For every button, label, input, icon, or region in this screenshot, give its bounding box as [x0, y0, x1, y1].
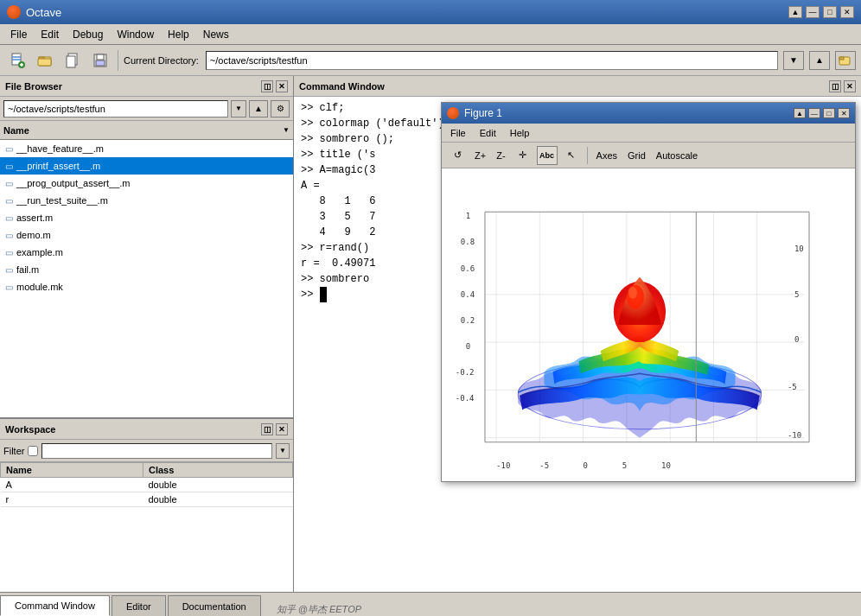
workspace-toolbar: Filter ▼ — [0, 440, 293, 462]
workspace-row[interactable]: A double — [1, 478, 293, 492]
fb-path-dropdown[interactable]: ▼ — [231, 100, 246, 117]
open-file-button[interactable] — [33, 48, 57, 73]
svg-rect-11 — [67, 56, 75, 67]
menu-debug[interactable]: Debug — [66, 27, 110, 42]
menu-file[interactable]: File — [3, 27, 34, 42]
workspace-header: Workspace ◫ ✕ — [0, 419, 293, 440]
fig-rotate-button[interactable]: ↺ — [447, 146, 468, 165]
file-item[interactable]: ▭ example.m — [0, 244, 293, 261]
menu-help[interactable]: Help — [161, 27, 196, 42]
file-item[interactable]: ▭ assert.m — [0, 209, 293, 226]
file-icon: ▭ — [5, 265, 13, 275]
fig-max-button[interactable]: □ — [823, 108, 835, 118]
fig-menu-help[interactable]: Help — [505, 127, 535, 139]
filter-dropdown[interactable]: ▼ — [276, 443, 290, 459]
fig-menu-file[interactable]: File — [445, 127, 471, 139]
cmd-prompt: >> — [301, 102, 320, 114]
filter-checkbox[interactable] — [28, 446, 38, 456]
dir-browse-button[interactable] — [835, 51, 856, 70]
dir-up-button[interactable]: ▲ — [809, 51, 830, 70]
file-browser-controls[interactable]: ◫ ✕ — [261, 80, 288, 92]
copy-button[interactable] — [61, 48, 85, 73]
fig-select-button[interactable]: ↖ — [561, 146, 582, 165]
fig-zoom-out-button[interactable]: Z- — [493, 150, 508, 161]
ws-var-class: double — [144, 478, 293, 492]
file-browser-title: File Browser — [5, 81, 62, 92]
svg-text:0.4: 0.4 — [461, 290, 475, 299]
fb-path-input[interactable] — [3, 100, 228, 117]
fb-detach-button[interactable]: ◫ — [261, 80, 273, 92]
cmd-prompt: >> — [301, 164, 320, 176]
fb-up-button[interactable]: ▲ — [249, 100, 268, 117]
window-controls[interactable]: ▲ — □ ✕ — [788, 6, 854, 18]
workspace-controls[interactable]: ◫ ✕ — [261, 423, 288, 435]
menu-window[interactable]: Window — [110, 27, 161, 42]
restore-button[interactable]: — — [806, 6, 820, 18]
file-item[interactable]: ▭ fail.m — [0, 261, 293, 278]
cmd-cursor — [320, 287, 327, 302]
ws-col-class[interactable]: Class — [144, 463, 293, 478]
filter-input[interactable] — [41, 443, 272, 459]
bottom-tabs: Command Window Editor Documentation 知乎 @… — [0, 592, 861, 616]
ws-col-name[interactable]: Name — [1, 463, 144, 478]
tab-command-window[interactable]: Command Window — [0, 595, 110, 616]
filter-label: Filter — [3, 446, 24, 456]
svg-text:0: 0 — [794, 335, 799, 344]
minimize-button[interactable]: ▲ — [788, 6, 802, 18]
fb-settings-button[interactable]: ⚙ — [271, 100, 290, 117]
svg-text:-10: -10 — [788, 431, 801, 440]
ws-var-class: double — [144, 492, 293, 507]
svg-point-54 — [628, 287, 637, 299]
close-button[interactable]: ✕ — [840, 6, 854, 18]
cmd-prompt: >> — [301, 149, 320, 161]
file-item[interactable]: ▭ module.mk — [0, 278, 293, 295]
fig-autoscale-button[interactable]: Autoscale — [653, 150, 701, 161]
menu-edit[interactable]: Edit — [34, 27, 66, 42]
file-icon: ▭ — [5, 196, 13, 206]
file-item[interactable]: ▭ __run_test_suite__.m — [0, 192, 293, 209]
fig-menu-edit[interactable]: Edit — [475, 127, 501, 139]
file-name: __prog_output_assert__.m — [16, 178, 130, 188]
fig-pan-button[interactable]: ✛ — [513, 146, 533, 165]
save-button[interactable] — [88, 48, 112, 73]
cw-detach-button[interactable]: ◫ — [829, 80, 841, 92]
file-item[interactable]: ▭ __prog_output_assert__.m — [0, 175, 293, 192]
dir-dropdown-button[interactable]: ▼ — [783, 51, 804, 70]
file-name: module.mk — [16, 282, 63, 292]
file-item[interactable]: ▭ demo.m — [0, 226, 293, 244]
figure-icon — [447, 107, 459, 119]
ws-close-button[interactable]: ✕ — [276, 423, 288, 435]
new-file-button[interactable] — [5, 48, 29, 73]
fig-axes-button[interactable]: Axes — [593, 150, 621, 161]
cw-controls[interactable]: ◫ ✕ — [829, 80, 856, 92]
figure-menu: File Edit Help — [442, 124, 855, 143]
cw-close-button[interactable]: ✕ — [844, 80, 856, 92]
figure-window-controls[interactable]: ▲ — □ ✕ — [794, 108, 850, 118]
tab-editor[interactable]: Editor — [112, 595, 166, 616]
fig-zoom-in-button[interactable]: Z+ — [471, 150, 489, 161]
ws-detach-button[interactable]: ◫ — [261, 423, 273, 435]
title-bar-left: Octave — [7, 5, 61, 19]
fig-close-button[interactable]: ✕ — [838, 108, 850, 118]
fb-close-button[interactable]: ✕ — [276, 80, 288, 92]
file-sort-icon[interactable]: ▼ — [283, 126, 290, 134]
file-name: example.m — [16, 247, 63, 257]
workspace-row[interactable]: r double — [1, 492, 293, 507]
current-dir-input[interactable] — [206, 51, 778, 70]
fig-restore-button[interactable]: — — [808, 108, 820, 118]
file-list: ▭ __have_feature__.m ▭ __printf_assert__… — [0, 140, 293, 417]
maximize-button[interactable]: □ — [823, 6, 837, 18]
main-content: File Browser ◫ ✕ ▼ ▲ ⚙ Name ▼ ▭ __have_f… — [0, 76, 861, 592]
fig-text-button[interactable]: Abc — [537, 146, 558, 165]
fig-min-button[interactable]: ▲ — [794, 108, 806, 118]
fig-grid-button[interactable]: Grid — [624, 150, 649, 161]
file-name: demo.m — [16, 230, 51, 240]
menu-news[interactable]: News — [196, 27, 236, 42]
file-item[interactable]: ▭ __printf_assert__.m — [0, 157, 293, 175]
svg-text:-5: -5 — [539, 461, 549, 470]
file-item[interactable]: ▭ __have_feature__.m — [0, 140, 293, 157]
tab-documentation[interactable]: Documentation — [168, 595, 261, 616]
left-panel: File Browser ◫ ✕ ▼ ▲ ⚙ Name ▼ ▭ __have_f… — [0, 76, 294, 592]
svg-text:1: 1 — [466, 212, 470, 220]
svg-rect-9 — [38, 59, 51, 66]
